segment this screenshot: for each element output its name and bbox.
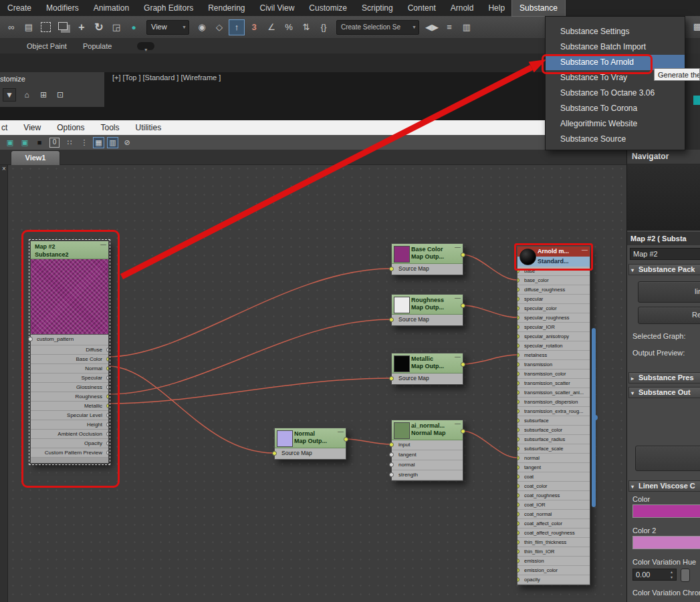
arnold-input-slot[interactable]: specular_IOR [517,323,590,332]
output-socket[interactable] [461,429,465,434]
close-icon[interactable] [1,166,7,172]
node-metallic-map[interactable]: Metallic Map Outp... Source Map [391,353,463,385]
substance-output-slot[interactable]: Specular [31,373,108,383]
sme-menu-select[interactable]: ct [0,123,15,132]
ai-normal-input-slot[interactable]: strength [392,470,463,480]
menu-item-substance-settings[interactable]: Substance Settings [546,24,685,39]
arnold-input-slot[interactable]: tangent [517,463,590,472]
input-socket[interactable] [389,376,394,381]
output-socket[interactable] [461,253,465,257]
select-and-place-icon[interactable]: ● [126,19,142,35]
select-and-rotate-icon[interactable]: ↻ [91,19,107,35]
node-header[interactable]: Roughness Map Outp... [392,295,463,315]
package-file-button[interactable]: linen [638,281,700,303]
node-ai-normal-map[interactable]: ai_normal... Normal Map inputtangentnorm… [391,420,463,481]
node-roughness-map[interactable]: Roughness Map Outp... Source Map [391,294,463,326]
material-id-channel-icon[interactable]: 0 [49,138,60,148]
substance-output-slot[interactable]: Glossiness [31,383,108,392]
substance-output-slot[interactable]: Roughness [31,392,108,402]
arnold-input-slot[interactable]: subsurface_scale [517,444,590,454]
arnold-input-slot[interactable]: coat_roughness [517,491,590,500]
arnold-input-slot[interactable]: transmission_extra_roug... [517,407,590,416]
named-selection-set-dropdown[interactable]: Create Selection Se [336,20,419,35]
arnold-input-slot[interactable]: specular_color [517,304,590,313]
arnold-input-slot[interactable]: transmission_scatter [517,379,590,388]
minimize-icon[interactable] [582,247,588,253]
arnold-input-slot[interactable]: subsurface [517,416,590,426]
select-and-scale-icon[interactable]: ◲ [108,19,124,35]
layout-children-icon[interactable]: ⋮ [78,136,90,148]
spinner-snap-icon[interactable]: ⇅ [298,19,314,35]
arnold-input-slot[interactable]: coat_affect_color [517,519,590,529]
sme-menu-view[interactable]: View [15,123,49,132]
sme-menu-options[interactable]: Options [49,123,92,132]
use-pivot-point-icon[interactable]: ◉ [194,19,210,35]
substance-output-slot[interactable]: Normal [31,364,108,373]
grid-dot-icon[interactable]: ⊡ [54,89,66,101]
menu-substance[interactable]: Substance [512,0,565,16]
minimize-icon[interactable] [455,244,461,251]
node-base-color-map[interactable]: Base Color Map Outp... Source Map [391,243,463,275]
arnold-input-slot[interactable]: diffuse_roughness [517,285,590,295]
node-substance-map2[interactable]: Map #2 Substance2 custom_pattern Diffuse… [30,241,109,464]
minimize-icon[interactable] [455,295,461,301]
node-header[interactable]: Metallic Map Outp... [392,353,463,373]
node-normal-map[interactable]: Normal Map Outp... Source Map [274,428,346,460]
menu-item-substance-to-octane[interactable]: Substance To Octane 3.06 [546,86,685,101]
snaps-toggle-icon[interactable]: ↑ [229,19,245,35]
arnold-input-slot[interactable]: specular [517,295,590,304]
arnold-input-slot[interactable]: subsurface_color [517,426,590,435]
menu-customize[interactable]: Customize [302,0,354,16]
menu-rendering[interactable]: Rendering [201,0,252,16]
select-and-link-icon[interactable]: ∞ [3,19,19,35]
menu-create[interactable]: Create [0,0,39,16]
arnold-input-slot[interactable]: normal [517,454,590,463]
menu-graph-editors[interactable]: Graph Editors [136,0,201,16]
rollout-substance-package[interactable]: Substance Pack [628,264,700,275]
source-map-slot[interactable]: Source Map [275,448,346,459]
input-socket[interactable] [389,267,394,271]
node-header[interactable]: Normal Map Outp... [275,428,346,448]
sme-menu-utilities[interactable]: Utilities [128,123,170,132]
output-socket[interactable] [461,303,465,308]
substance-output-slot[interactable]: Metallic [31,402,108,411]
menu-content[interactable]: Content [400,0,443,16]
arnold-input-slot[interactable]: emission [517,557,590,566]
input-socket[interactable] [272,451,277,456]
substance-output-slot[interactable]: Custom Pattern Preview [31,448,108,458]
node-resize-handle[interactable] [592,415,598,420]
output-socket[interactable] [344,437,348,442]
arnold-input-slot[interactable]: base_color [517,276,590,285]
menu-civil-view[interactable]: Civil View [253,0,302,16]
custom-pattern-input-slot[interactable]: custom_pattern [31,335,108,345]
ai-normal-input-slot[interactable]: input [392,440,463,450]
filter-funnel-icon[interactable]: ▼ [3,88,16,102]
arnold-input-slot[interactable]: specular_rotation [517,341,590,351]
minimize-icon[interactable] [455,420,461,427]
substance-output-slot[interactable]: Opacity [31,439,108,448]
arnold-input-slot[interactable]: transmission_dispersion [517,398,590,407]
arnold-input-slot[interactable]: subsurface_radius [517,435,590,444]
align-icon[interactable]: ≡ [441,19,457,35]
substance-output-slot[interactable]: Specular Level [31,411,108,420]
layout-dots-icon[interactable]: ∷ [64,136,76,148]
arnold-input-slot[interactable]: specular_anisotropy [517,332,590,341]
input-socket[interactable] [389,317,394,322]
minimize-icon[interactable] [338,428,344,435]
arnold-input-slot[interactable]: metalness [517,351,590,360]
viewport-label[interactable]: [+] [Top ] [Standard ] [Wireframe ] [112,73,221,82]
output-slot-button[interactable] [635,446,700,471]
reference-coordinate-dropdown[interactable]: View [146,20,189,35]
select-by-name-icon[interactable]: ▤ [21,19,37,35]
layout-all-icon[interactable]: ▦ [93,137,104,148]
navigator-header[interactable]: Navigator [626,150,700,164]
menu-help[interactable]: Help [481,0,512,16]
ribbon-collapse-icon[interactable] [137,42,154,50]
color-swatch[interactable] [632,504,700,518]
minimize-icon[interactable] [455,353,461,360]
rollout-linen-viscose[interactable]: Linen Viscose C [628,480,700,492]
menu-item-allegorithmic-website[interactable]: Allegorithmic Website [546,116,685,132]
arnold-input-slot[interactable]: emission_color [517,566,590,575]
spinner-arrows-icon[interactable]: ▴▾ [669,569,675,580]
show-realistic-material-icon[interactable]: ▣ [19,136,31,148]
